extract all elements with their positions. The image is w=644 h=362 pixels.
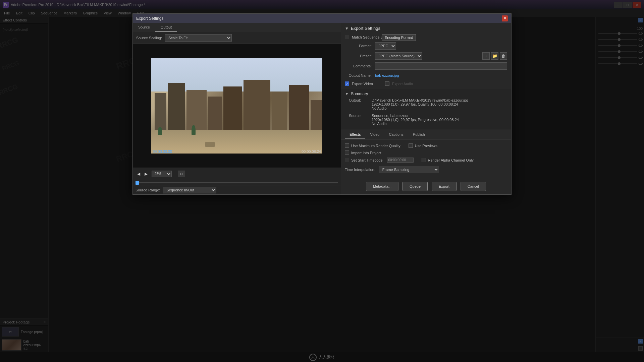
max-render-quality-checkbox[interactable] xyxy=(345,143,349,148)
queue-button[interactable]: Queue xyxy=(402,182,428,191)
start-timecode-input[interactable] xyxy=(387,158,414,163)
preview-timeline[interactable] xyxy=(133,180,341,185)
output-name-row: Output Name: bab ezzour.jpg xyxy=(341,71,511,80)
summary-output-line1: D:\Maverick Box\FILM MAKER\2019 rewind\b… xyxy=(372,98,468,102)
summary-source-label: Source: xyxy=(349,114,369,126)
render-quality-row: Use Maximum Render Quality Use Previews xyxy=(345,142,507,149)
building-7 xyxy=(272,92,287,133)
match-sequence-row: Match Sequence Settings xyxy=(341,33,511,41)
tab-captions[interactable]: Captions xyxy=(384,130,408,139)
summary-title: Summary xyxy=(351,92,368,96)
building-4 xyxy=(208,97,222,133)
preset-label: Preset: xyxy=(345,54,375,58)
source-range-wrapper: Sequence In/Out xyxy=(163,187,223,193)
summary-source-line1: Sequence, bab ezzour xyxy=(372,114,459,118)
comments-control xyxy=(375,62,507,70)
source-scaling-wrapper: Scale To Fit xyxy=(165,34,238,42)
tab-effects[interactable]: Effects xyxy=(345,130,365,139)
dialog-close-button[interactable]: ✕ xyxy=(502,15,508,21)
use-previews-checkbox[interactable] xyxy=(409,143,413,148)
import-into-project-item: Import Into Project xyxy=(345,150,381,155)
road-area xyxy=(151,130,322,154)
tab-source[interactable]: Source xyxy=(133,23,155,32)
tab-video[interactable]: Video xyxy=(365,130,384,139)
summary-toggle[interactable]: ▼ xyxy=(345,92,349,96)
use-previews-item: Use Previews xyxy=(409,143,437,148)
building-5 xyxy=(223,86,242,133)
output-name-control: bab ezzour.jpg xyxy=(375,73,507,77)
max-render-quality-item: Use Maximum Render Quality xyxy=(345,143,400,148)
preset-select[interactable]: JPEG (Match Source) xyxy=(375,52,422,60)
export-button[interactable]: Export xyxy=(432,182,457,191)
format-select[interactable]: JPEG xyxy=(375,42,396,50)
render-alpha-label: Render Alpha Channel Only xyxy=(428,158,474,162)
cancel-button[interactable]: Cancel xyxy=(461,182,486,191)
building-3 xyxy=(186,90,207,133)
dialog-actions: Metadata... Queue Export Cancel xyxy=(341,178,511,194)
summary-source-line2: 644x362 (1,0), 29,97 fps, Progressive,… xyxy=(372,118,459,122)
summary-source: Source: Sequence, bab ezzour 644x362 (… xyxy=(345,113,507,126)
preset-import-button[interactable]: 📁 xyxy=(491,52,498,60)
match-sequence-label: Match Sequence Settings xyxy=(352,35,394,39)
settings-pane: ▼ Export Settings Match Sequence Setting… xyxy=(341,23,511,194)
import-into-project-checkbox[interactable] xyxy=(345,150,349,155)
zoom-select[interactable]: 25% xyxy=(152,171,172,177)
max-render-quality-label: Use Maximum Render Quality xyxy=(351,144,400,148)
modal-overlay: Export Settings ✕ Source Output Source S… xyxy=(0,0,644,362)
source-range-row: Source Range: Sequence In/Out xyxy=(133,185,341,194)
preset-buttons: ↓ 📁 🗑 xyxy=(482,52,507,60)
summary-output: Output: D:\Maverick Box\FILM MAKER\2019 … xyxy=(345,98,507,111)
export-video-checkbox[interactable] xyxy=(345,81,349,86)
time-interpolation-select[interactable]: Frame Sampling xyxy=(379,166,439,173)
summary-output-line2: 644x362 (1,0), 29,97 fps, Quality 100,… xyxy=(372,102,468,106)
set-start-timecode-label: Set Start Timecode xyxy=(351,158,383,162)
settings-tabs: Effects Video Captions Publish xyxy=(341,130,511,139)
preset-save-button[interactable]: ↓ xyxy=(482,52,490,60)
time-interp-wrapper: Frame Sampling xyxy=(379,166,442,173)
preview-image: 00:00:00:00 00:00:08:24 xyxy=(151,58,322,154)
output-name-link[interactable]: bab ezzour.jpg xyxy=(375,73,399,77)
dialog-title: Export Settings xyxy=(136,16,163,21)
play-controls: ◀ ▶ xyxy=(136,171,149,177)
render-alpha-item: Render Alpha Channel Only xyxy=(422,158,474,162)
source-scaling-label: Source Scaling: xyxy=(136,36,162,40)
summary-output-line3: No Audio xyxy=(372,106,468,110)
play-button[interactable]: ▶ xyxy=(143,171,149,177)
metadata-button[interactable]: Metadata... xyxy=(366,182,398,191)
tab-publish[interactable]: Publish xyxy=(408,130,430,139)
comments-input[interactable] xyxy=(375,62,507,70)
effects-content: Use Maximum Render Quality Use Previews … xyxy=(341,139,511,178)
summary-source-values: Sequence, bab ezzour 644x362 (1,0), 29… xyxy=(372,114,459,126)
preview-controls: ◀ ▶ 25% ⊡ xyxy=(133,168,341,180)
step-back-button[interactable]: ◀ xyxy=(136,171,142,177)
preset-control: JPEG (Match Source) ↓ 📁 🗑 xyxy=(375,52,507,60)
summary-output-label: Output: xyxy=(349,98,369,110)
render-alpha-checkbox[interactable] xyxy=(422,158,426,162)
format-label: Format: xyxy=(345,44,375,48)
import-into-project-label: Import Into Project xyxy=(351,151,381,155)
set-start-timecode-checkbox[interactable] xyxy=(345,158,349,162)
building-6 xyxy=(244,80,270,133)
export-audio-checkbox[interactable] xyxy=(385,81,389,86)
set-start-timecode-item: Set Start Timecode xyxy=(345,158,414,163)
tree-2 xyxy=(192,125,196,135)
export-settings-title: Export Settings xyxy=(351,26,380,31)
match-sequence-checkbox[interactable] xyxy=(345,35,349,39)
summary-toggle-row: ▼ Summary xyxy=(345,90,507,98)
timeline-playhead[interactable] xyxy=(136,181,139,185)
source-range-select[interactable]: Sequence In/Out xyxy=(163,187,216,193)
building-9 xyxy=(311,100,322,133)
export-settings-toggle[interactable]: ▼ xyxy=(345,26,349,31)
dialog-body: Source Output Source Scaling: Scale To F… xyxy=(133,23,511,194)
summary-source-line3: No Audio xyxy=(372,122,459,126)
building-2 xyxy=(168,83,185,133)
car-silhouette xyxy=(205,142,215,147)
tab-output[interactable]: Output xyxy=(155,23,177,32)
tree-1 xyxy=(158,127,162,135)
preset-delete-button[interactable]: 🗑 xyxy=(500,52,507,60)
source-scaling-select[interactable]: Scale To Fit xyxy=(165,34,232,42)
export-settings-header: ▼ Export Settings xyxy=(341,23,511,33)
format-control: JPEG Encoding Format xyxy=(375,42,507,50)
export-audio-label: Export Audio xyxy=(392,82,413,86)
fit-button[interactable]: ⊡ xyxy=(178,171,185,177)
